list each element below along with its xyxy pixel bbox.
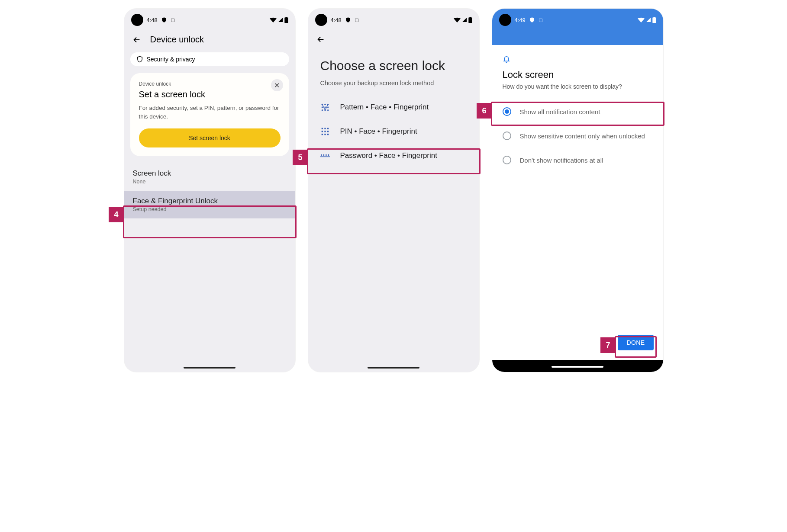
pin-keypad-icon [320, 127, 330, 136]
radio-show-sensitive[interactable]: Show sensitive content only when unlocke… [492, 124, 663, 148]
set-screen-lock-card: Device unlock Set a screen lock For adde… [130, 73, 289, 156]
wifi-icon [454, 17, 461, 22]
radio-icon [503, 107, 511, 116]
screen-subtitle: Choose your backup screen lock method [308, 78, 479, 95]
signal-icon [645, 17, 652, 22]
radio-label: Show sensitive content only when unlocke… [520, 132, 645, 140]
status-bar: 4:48 ◻ [308, 9, 479, 29]
option-pin[interactable]: PIN • Face • Fingerprint [308, 119, 479, 144]
phone-screen-choose-lock: 4:48 ◻ Choose a screen lock Choose your … [308, 9, 479, 372]
svg-rect-12 [321, 131, 323, 132]
status-right-icons [638, 17, 656, 23]
option-pattern[interactable]: Pattern • Face • Fingerprint [308, 95, 479, 119]
svg-rect-16 [324, 134, 326, 135]
card-title: Set a screen lock [139, 90, 281, 99]
svg-point-6 [321, 109, 323, 111]
square-icon: ◻ [539, 17, 543, 23]
breadcrumb-chip-security[interactable]: Security & privacy [130, 52, 289, 66]
svg-rect-17 [327, 134, 329, 135]
status-bar: 4:48 ◻ [124, 9, 295, 29]
gesture-bar [552, 366, 603, 368]
row-face-fingerprint[interactable]: Face & Fingerprint Unlock Setup needed [124, 191, 295, 218]
screen-title: Lock screen [503, 69, 653, 80]
card-overline: Device unlock [139, 81, 281, 87]
status-right-icons [270, 17, 288, 23]
card-close-button[interactable]: ✕ [271, 79, 283, 91]
svg-point-1 [324, 104, 326, 105]
row-subtitle: Setup needed [133, 206, 287, 212]
radio-icon [503, 131, 511, 140]
set-screen-lock-button[interactable]: Set screen lock [139, 128, 281, 147]
bell-icon [503, 54, 653, 63]
row-title: Face & Fingerprint Unlock [133, 197, 287, 205]
battery-icon [284, 17, 288, 23]
screen-title: Choose a screen lock [308, 49, 479, 78]
phone-screen-lock-notifications: 4:49 ◻ Lock screen How do you want the l… [492, 9, 663, 372]
svg-rect-10 [324, 128, 326, 129]
done-button[interactable]: DONE [618, 335, 653, 350]
svg-rect-15 [321, 134, 323, 135]
avatar-icon [315, 14, 327, 26]
svg-point-20 [325, 154, 326, 156]
svg-point-21 [328, 154, 329, 156]
radio-label: Show all notification content [520, 108, 600, 115]
status-right-icons [454, 17, 472, 23]
option-label: Pattern • Face • Fingerprint [340, 103, 429, 112]
option-label: PIN • Face • Fingerprint [340, 127, 417, 136]
radio-icon [503, 156, 511, 164]
svg-rect-13 [324, 131, 326, 132]
row-screen-lock[interactable]: Screen lock None [124, 163, 295, 191]
topbar [308, 29, 479, 49]
svg-point-19 [323, 154, 324, 156]
svg-point-5 [327, 106, 329, 108]
signal-icon [461, 17, 468, 22]
square-icon: ◻ [171, 17, 175, 23]
battery-icon [468, 17, 472, 23]
svg-rect-14 [327, 131, 329, 132]
radio-dont-show[interactable]: Don't show notifications at all [492, 148, 663, 172]
topbar: Device unlock [124, 29, 295, 50]
shield-icon [161, 17, 167, 23]
gesture-bar [184, 367, 235, 369]
status-bar: 4:49 ◻ [492, 9, 663, 29]
back-arrow-icon[interactable] [132, 35, 142, 45]
page-title: Device unlock [150, 35, 204, 45]
chip-label: Security & privacy [147, 56, 195, 63]
screen-subtitle: How do you want the lock screen to displ… [503, 83, 653, 90]
callout-tag-4: 4 [109, 207, 124, 222]
square-icon: ◻ [355, 17, 359, 23]
row-title: Screen lock [133, 169, 287, 178]
shield-icon [345, 17, 351, 23]
wifi-icon [638, 17, 645, 22]
radio-show-all[interactable]: Show all notification content [492, 99, 663, 124]
row-subtitle: None [133, 179, 287, 185]
svg-rect-11 [327, 128, 329, 129]
svg-point-18 [320, 154, 322, 156]
battery-icon [652, 17, 656, 23]
svg-rect-22 [320, 157, 330, 157]
avatar-icon [499, 14, 511, 26]
status-time: 4:49 [515, 17, 526, 23]
nav-bar [492, 360, 663, 372]
option-password[interactable]: Password • Face • Fingerprint [308, 144, 479, 168]
svg-point-4 [324, 106, 326, 108]
svg-point-8 [327, 109, 329, 111]
back-arrow-icon[interactable] [316, 35, 326, 44]
option-label: Password • Face • Fingerprint [340, 151, 438, 160]
radio-label: Don't show notifications at all [520, 157, 603, 164]
status-time: 4:48 [331, 17, 342, 23]
wifi-icon [270, 17, 277, 22]
avatar-icon [131, 14, 143, 26]
gesture-bar [368, 367, 419, 369]
status-time: 4:48 [147, 17, 158, 23]
close-icon: ✕ [274, 81, 280, 90]
card-body: For added security, set a PIN, pattern, … [139, 104, 281, 121]
svg-point-3 [321, 106, 323, 108]
shield-outline-icon [136, 56, 143, 63]
shield-icon [529, 17, 535, 23]
signal-icon [277, 17, 284, 22]
pattern-icon [320, 103, 330, 112]
password-dots-icon [320, 153, 330, 158]
svg-rect-9 [321, 128, 323, 129]
phone-screen-device-unlock: 4:48 ◻ Device unlock Security & privacy … [124, 9, 295, 372]
